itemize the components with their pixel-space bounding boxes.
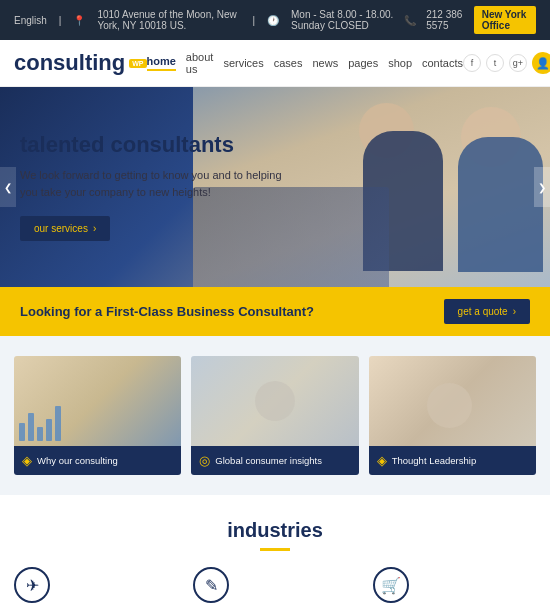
hero-section: ❮ talented consultants We look forward t…: [0, 87, 550, 287]
hero-content: talented consultants We look forward to …: [0, 113, 303, 261]
person2-body: [458, 137, 543, 272]
industry-1-icon: ✈: [14, 567, 50, 603]
industries-section: industries ✈ Travel and Aviation Consult…: [0, 495, 550, 606]
logo-badge: WP: [129, 59, 146, 68]
googleplus-icon[interactable]: g+: [509, 54, 527, 72]
quote-button[interactable]: get a quote ›: [444, 299, 530, 324]
bar-1: [19, 423, 25, 441]
card-2-label: ◎ Global consumer insights: [191, 446, 358, 475]
card-1-text: Why our consulting: [37, 455, 118, 466]
quote-btn-label: get a quote: [458, 306, 508, 317]
facebook-icon[interactable]: f: [463, 54, 481, 72]
phone-icon: 📞: [404, 15, 416, 26]
industry-card-2: ✎ Business Services Consulting We consid…: [193, 567, 356, 606]
main-nav: home about us services cases news pages …: [147, 51, 463, 75]
industry-3-icon: 🛒: [373, 567, 409, 603]
nav-news[interactable]: news: [312, 57, 338, 69]
person-silhouette: [255, 381, 295, 421]
nav-cases[interactable]: cases: [274, 57, 303, 69]
cards-section: ◈ Why our consulting ◎ Global consumer i…: [0, 336, 550, 495]
card-3-icon: ◈: [377, 453, 387, 468]
nav-home[interactable]: home: [147, 55, 176, 71]
pin-icon: 📍: [73, 15, 85, 26]
nav-about[interactable]: about us: [186, 51, 214, 75]
top-bar: English | 📍 1010 Avenue of the Moon, New…: [0, 0, 550, 40]
card-1-label: ◈ Why our consulting: [14, 446, 181, 475]
hero-cta-button[interactable]: our services ›: [20, 216, 110, 241]
header: consulting WP home about us services cas…: [0, 40, 550, 87]
logo-text: consulting: [14, 50, 125, 76]
language-selector[interactable]: English: [14, 15, 47, 26]
nav-contacts[interactable]: contacts: [422, 57, 463, 69]
bar-5: [55, 406, 61, 441]
card-3[interactable]: ◈ Thought Leadership: [369, 356, 536, 475]
card-3-label: ◈ Thought Leadership: [369, 446, 536, 475]
industry-2-icon: ✎: [193, 567, 229, 603]
chart-icon: [19, 406, 61, 441]
bar-3: [37, 427, 43, 441]
office-button[interactable]: New York Office: [474, 6, 536, 34]
hero-next-button[interactable]: ❯: [534, 167, 550, 207]
quote-arrow-icon: ›: [513, 306, 516, 317]
top-bar-right: 📞 212 386 5575 New York Office: [404, 6, 536, 34]
hero-title: talented consultants: [20, 133, 283, 157]
nav-pages[interactable]: pages: [348, 57, 378, 69]
twitter-icon[interactable]: t: [486, 54, 504, 72]
card-2[interactable]: ◎ Global consumer insights: [191, 356, 358, 475]
social-icons: f t g+ 👤: [463, 52, 550, 74]
nav-shop[interactable]: shop: [388, 57, 412, 69]
bar-2: [28, 413, 34, 441]
card-1-image: [14, 356, 181, 446]
card-2-icon: ◎: [199, 453, 210, 468]
arrow-right-icon: ›: [93, 223, 96, 234]
top-bar-left: English | 📍 1010 Avenue of the Moon, New…: [14, 9, 404, 31]
bar-4: [46, 419, 52, 441]
address: 1010 Avenue of the Moon, New York, NY 10…: [97, 9, 240, 31]
card-3-image: [369, 356, 536, 446]
card-3-text: Thought Leadership: [392, 455, 477, 466]
card-2-image: [191, 356, 358, 446]
quote-banner: Looking for a First-Class Business Consu…: [0, 287, 550, 336]
nav-services[interactable]: services: [223, 57, 263, 69]
industry-card-3: 🛒 Consumer Products Consulting Design re…: [373, 567, 536, 606]
card-1-icon: ◈: [22, 453, 32, 468]
hero-btn-label: our services: [34, 223, 88, 234]
clock-icon: 🕐: [267, 15, 279, 26]
card-1[interactable]: ◈ Why our consulting: [14, 356, 181, 475]
industries-title: industries: [14, 519, 536, 542]
card-2-text: Global consumer insights: [215, 455, 322, 466]
industry-cards: ✈ Travel and Aviation Consulting Company…: [14, 567, 536, 606]
quote-banner-text: Looking for a First-Class Business Consu…: [20, 304, 314, 319]
logo[interactable]: consulting WP: [14, 50, 147, 76]
user-avatar[interactable]: 👤: [532, 52, 550, 74]
hero-subtitle: We look forward to getting to know you a…: [20, 167, 283, 200]
phone-number: 212 386 5575: [426, 9, 463, 31]
hours: Mon - Sat 8.00 - 18.00. Sunday CLOSED: [291, 9, 404, 31]
industry-card-1: ✈ Travel and Aviation Consulting Company…: [14, 567, 177, 606]
industries-divider: [260, 548, 290, 551]
person2-silhouette: [427, 383, 472, 428]
